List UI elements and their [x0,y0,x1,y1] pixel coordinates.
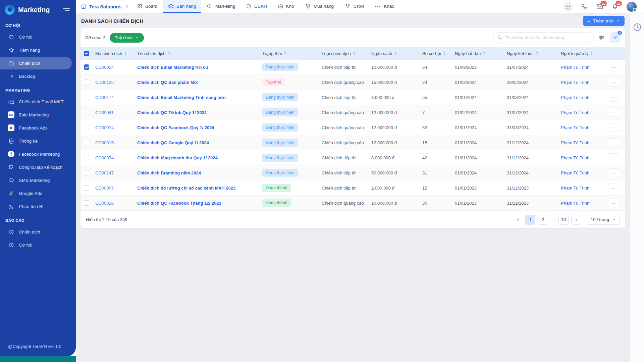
row-checkbox[interactable] [84,80,89,85]
row-actions-button[interactable]: ... [608,108,619,117]
sidebar-item-facebook-marketing[interactable]: fFacebook Marketing [0,148,76,160]
tab-mua-hàng[interactable]: Mua hàng [300,0,339,13]
sort-icon[interactable] [591,52,593,55]
campaign-name-link[interactable]: Chiến dịch Email Marketing KH cũ [137,65,208,70]
workspace-breadcrumb[interactable]: Tera Solutions [76,0,125,13]
sidebar-item-thống-kê[interactable]: Thống kê [0,135,76,147]
sort-icon[interactable] [483,52,485,55]
row-actions-button[interactable]: ... [608,123,619,132]
campaign-name-link[interactable]: Chiến dịch Branding năm 2024 [137,170,201,175]
row-checkbox[interactable] [84,170,89,175]
page-button-10[interactable]: 10 [558,215,569,225]
manager-link[interactable]: Phạm Tú Trinh [561,201,589,206]
manager-link[interactable]: Phạm Tú Trinh [561,186,589,191]
page-button-1[interactable]: 1 [525,215,535,225]
tab-bán-hàng[interactable]: Bán hàng [163,0,201,13]
row-actions-button[interactable]: ... [608,199,619,207]
row-actions-button[interactable]: ... [608,78,619,87]
column-settings-icon[interactable] [598,34,605,41]
campaign-code-link[interactable]: CD00054 [95,65,114,70]
previous-page-button[interactable] [513,215,523,225]
sidebar-item-zalo-marketing[interactable]: ZaloZalo Marketing [0,108,76,121]
manager-link[interactable]: Phạm Tú Trinh [561,125,589,130]
next-page-button[interactable] [571,215,581,225]
tab-cskh[interactable]: CSKH [240,0,272,13]
campaign-code-link[interactable]: CD00147 [95,170,114,175]
campaign-name-link[interactable]: Chiến dịch QC Facebook Tháng 12/ 2023 [137,201,221,206]
phone-icon[interactable] [581,3,588,10]
row-checkbox[interactable] [84,140,89,145]
manager-link[interactable]: Phạm Tú Trinh [561,170,589,175]
campaign-code-link[interactable]: CD00007 [95,186,114,191]
sort-icon[interactable] [284,52,286,55]
row-actions-button[interactable]: ... [608,138,619,147]
manager-link[interactable]: Phạm Tú Trinh [561,110,589,115]
filter-button[interactable]: 2 [610,32,621,43]
manager-link[interactable]: Phạm Tú Trinh [561,140,589,145]
row-actions-button[interactable]: ... [608,63,619,71]
row-checkbox[interactable] [84,95,89,100]
campaign-name-link[interactable]: Chiến dịch QC Sản phẩm Mới [137,80,199,85]
sidebar-item-backlog[interactable]: Backlog [0,70,76,83]
sidebar-item-facebook-ads[interactable]: Facebook Ads [0,121,76,134]
sort-icon[interactable] [443,52,445,55]
tab-board[interactable]: Board [131,0,163,13]
campaign-name-link[interactable]: Chiến dịch QC Facebook Quý 1/ 2024 [137,125,214,130]
campaign-name-link[interactable]: Chiến dịch QC Google Quý 1/ 2024 [137,140,209,145]
mail-icon[interactable]: 10 [596,3,603,10]
row-actions-button[interactable]: ... [608,184,619,192]
campaign-code-link[interactable]: CD00010 [95,201,114,206]
tab-marketing[interactable]: Marketing [201,0,240,13]
row-checkbox[interactable] [84,64,89,70]
options-button[interactable]: Tuỳ chọn [110,33,144,43]
sidebar-item-chiến-dịch[interactable]: Chiến dịch [0,225,76,238]
tab-khác[interactable]: •••Khác [369,0,399,13]
sidebar-item-công-cụ-lập-kế-hoạch[interactable]: Công cụ lập kế hoạch [0,161,76,173]
select-all-checkbox[interactable] [84,51,89,56]
page-size-select[interactable]: 10 / trang [587,215,620,225]
row-actions-button[interactable]: ... [608,168,619,177]
sidebar-item-chiến-dịch[interactable]: Chiến dịch [0,57,72,69]
sidebar-item-tiềm-năng[interactable]: Tiềm năng [0,44,76,56]
sort-icon[interactable] [353,52,355,55]
sidebar-item-cơ-hội[interactable]: Cơ hội [0,239,76,251]
page-button-2[interactable]: 2 [538,215,548,225]
sidebar-item-cơ-hội[interactable]: Cơ hội [0,31,76,43]
campaign-code-link[interactable]: CD00041 [95,110,114,115]
row-checkbox[interactable] [84,155,89,160]
sort-icon[interactable] [124,52,126,55]
campaign-name-link[interactable]: Chiến dịch QC Tiktok Quý 1/ 2024 [137,110,207,115]
sidebar-item-google-ads[interactable]: Google Ads [0,187,76,200]
campaign-code-link[interactable]: CD00074 [95,155,114,160]
tab-crm[interactable]: CRM [339,0,369,13]
manager-link[interactable]: Phạm Tú Trinh [561,155,589,160]
bell-icon[interactable]: 10 [611,3,619,10]
campaign-name-link[interactable]: Chiến dịch tăng doanh thu Quý 1/ 2024 [137,155,218,160]
history-clock-icon[interactable] [632,22,642,32]
tab-kho[interactable]: Kho [272,0,300,13]
apps-grid-icon[interactable] [563,2,573,12]
campaign-code-link[interactable]: CD00174 [95,95,114,100]
search-input[interactable] [493,32,594,43]
hamburger-menu-icon[interactable] [63,7,70,12]
row-checkbox[interactable] [84,125,89,130]
campaign-name-link[interactable]: Chiến dịch Email Marketing Tính năng mới [137,95,226,100]
row-checkbox[interactable] [84,110,89,115]
row-actions-button[interactable]: ... [608,93,619,102]
manager-link[interactable]: Phạm Tú Trinh [561,95,589,100]
add-new-button[interactable]: + Thêm mới [583,16,625,26]
row-checkbox[interactable] [84,200,89,206]
campaign-code-link[interactable]: CD00125 [95,80,114,85]
sort-icon[interactable] [168,52,170,55]
manager-link[interactable]: Phạm Tú Trinh [561,80,589,85]
row-actions-button[interactable]: ... [608,153,619,162]
campaign-code-link[interactable]: CD00015 [95,140,114,145]
sort-icon[interactable] [536,52,538,55]
campaign-code-link[interactable]: CD00074 [95,125,114,130]
sidebar-item-phân-tích-bi[interactable]: Phân tích BI [0,200,76,213]
sidebar-item-chiến-dịch-email-mkt[interactable]: Chiến dịch Email MKT [0,95,76,108]
user-avatar[interactable] [627,2,637,12]
manager-link[interactable]: Phạm Tú Trinh [561,65,589,70]
sort-icon[interactable] [394,52,396,55]
sidebar-item-sms-marketing[interactable]: SMS Marketing [0,174,76,187]
